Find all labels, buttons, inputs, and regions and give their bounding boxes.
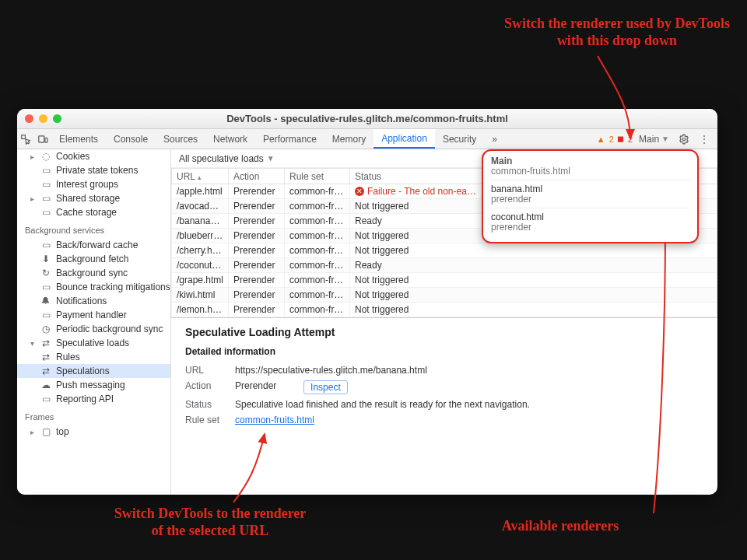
- warnings-badge[interactable]: ▲ 2: [597, 135, 614, 144]
- sidebar-item-speculative-loads[interactable]: ▾⇄Speculative loads: [17, 336, 170, 350]
- database-icon: ▭: [40, 165, 51, 176]
- database-icon: ▭: [40, 179, 51, 190]
- cell-status: Not triggered: [350, 243, 717, 258]
- chevron-down-icon: ▼: [661, 135, 669, 143]
- sidebar-item-top-frame[interactable]: ▸▢top: [17, 425, 170, 439]
- cell-status: Not triggered: [350, 288, 717, 303]
- error-icon: ✕: [355, 187, 364, 196]
- cell-ruleset: common-fr…: [285, 214, 350, 229]
- sidebar-item-cache-storage[interactable]: ▭Cache storage: [17, 205, 170, 219]
- renderer-option-banana[interactable]: banana.html prerender: [491, 180, 689, 205]
- gear-icon[interactable]: [675, 129, 693, 149]
- cell-ruleset: common-fr…: [285, 243, 350, 258]
- col-url[interactable]: URL▴: [172, 169, 229, 184]
- col-ruleset[interactable]: Rule set: [285, 169, 350, 184]
- sidebar-item-private-state-tokens[interactable]: ▭Private state tokens: [17, 163, 170, 177]
- annotation-bottom-right: Available renderers: [467, 518, 654, 535]
- kebab-menu-icon[interactable]: ⋮: [696, 129, 713, 149]
- close-window-button[interactable]: [25, 114, 33, 123]
- sidebar-item-speculations[interactable]: ⇄Speculations: [17, 364, 170, 378]
- sync-icon: ↻: [40, 268, 51, 278]
- tab-application[interactable]: Application: [374, 129, 435, 149]
- cell-ruleset: common-fr…: [285, 288, 350, 303]
- sidebar-item-cookies[interactable]: ▸◌Cookies: [17, 149, 170, 163]
- cell-url: /blueberr…: [172, 229, 229, 243]
- cell-ruleset: common-fr…: [285, 258, 350, 273]
- sidebar-item-bg-sync[interactable]: ↻Background sync: [17, 266, 170, 280]
- detail-action-value: Prerender: [235, 380, 276, 394]
- annotation-bottom-left: Switch DevTools to the renderer of the s…: [109, 506, 311, 539]
- tab-console[interactable]: Console: [106, 129, 156, 149]
- sidebar-item-reporting[interactable]: ▭Reporting API: [17, 392, 170, 406]
- cookie-icon: ◌: [40, 151, 51, 162]
- zoom-window-button[interactable]: [53, 114, 61, 123]
- detail-section: Detailed information: [185, 346, 703, 357]
- col-action[interactable]: Action: [229, 169, 285, 184]
- sidebar-item-shared-storage[interactable]: ▸▭Shared storage: [17, 191, 170, 205]
- svg-rect-1: [39, 135, 44, 142]
- sidebar-item-payment[interactable]: ▭Payment handler: [17, 308, 170, 322]
- sidebar-item-bf-cache[interactable]: ▭Back/forward cache: [17, 238, 170, 252]
- sort-asc-icon: ▴: [198, 173, 202, 181]
- sidebar-section-frames: Frames: [17, 406, 170, 425]
- device-icon[interactable]: [34, 129, 51, 149]
- frame-icon: ▢: [40, 426, 51, 437]
- table-row[interactable]: /grape.htmlPrerendercommon-fr…Not trigge…: [172, 273, 717, 288]
- tab-memory[interactable]: Memory: [324, 129, 374, 149]
- tab-elements[interactable]: Elements: [51, 129, 106, 149]
- sidebar-item-bg-fetch[interactable]: ⬇Background fetch: [17, 252, 170, 266]
- detail-url-key: URL: [185, 365, 224, 376]
- tab-performance[interactable]: Performance: [255, 129, 324, 149]
- card-icon: ▭: [40, 310, 51, 320]
- tab-network[interactable]: Network: [205, 129, 255, 149]
- svg-point-3: [682, 138, 686, 141]
- cell-url: /banana…: [172, 214, 229, 229]
- detail-title: Speculative Loading Attempt: [185, 326, 703, 338]
- tab-sources[interactable]: Sources: [156, 129, 205, 149]
- tabs-overflow[interactable]: »: [484, 129, 505, 149]
- svg-rect-0: [22, 135, 26, 138]
- bell-icon: 🔔︎: [40, 296, 51, 306]
- detail-pane: Speculative Loading Attempt Detailed inf…: [171, 317, 717, 495]
- table-row[interactable]: /cherry.h…Prerendercommon-fr…Not trigger…: [172, 243, 717, 258]
- swap-icon: ⇄: [40, 366, 51, 376]
- database-icon: ▭: [40, 193, 51, 204]
- svg-rect-2: [45, 138, 47, 142]
- renderer-dropdown[interactable]: Main ▼: [636, 134, 672, 145]
- cell-ruleset: common-fr…: [285, 303, 350, 317]
- sidebar-item-interest-groups[interactable]: ▭Interest groups: [17, 177, 170, 191]
- minimize-window-button[interactable]: [39, 114, 47, 123]
- sidebar-item-push[interactable]: ☁Push messaging: [17, 378, 170, 392]
- renderer-option-coconut[interactable]: coconut.html prerender: [491, 208, 689, 233]
- cell-action: Prerender: [229, 243, 285, 258]
- inspect-icon[interactable]: [17, 129, 34, 149]
- sidebar-item-bounce[interactable]: ▭Bounce tracking mitigations: [17, 280, 170, 294]
- detail-url-value: https://speculative-rules.glitch.me/bana…: [235, 365, 427, 376]
- tab-security[interactable]: Security: [435, 129, 484, 149]
- sidebar-section-background: Background services: [17, 219, 170, 238]
- detail-status-key: Status: [185, 399, 224, 410]
- sidebar-item-periodic-sync[interactable]: ◷Periodic background sync: [17, 322, 170, 336]
- sidebar-item-rules[interactable]: ⇄Rules: [17, 350, 170, 364]
- cell-action: Prerender: [229, 303, 285, 317]
- table-row[interactable]: /lemon.h…Prerendercommon-fr…Not triggere…: [172, 303, 717, 317]
- sidebar-item-notifications[interactable]: 🔔︎Notifications: [17, 294, 170, 308]
- cell-action: Prerender: [229, 229, 285, 243]
- cell-action: Prerender: [229, 184, 285, 199]
- detail-ruleset-link[interactable]: common-fruits.html: [235, 415, 314, 425]
- inspect-button[interactable]: Inspect: [303, 380, 348, 394]
- cell-ruleset: common-fr…: [285, 273, 350, 288]
- detail-ruleset-key: Rule set: [185, 415, 224, 425]
- table-row[interactable]: /kiwi.htmlPrerendercommon-fr…Not trigger…: [172, 288, 717, 303]
- table-row[interactable]: /coconut…Prerendercommon-fr…Ready: [172, 258, 717, 273]
- detail-action-key: Action: [185, 380, 224, 394]
- cloud-icon: ☁: [40, 380, 51, 390]
- cell-action: Prerender: [229, 288, 285, 303]
- cell-ruleset: common-fr…: [285, 199, 350, 214]
- errors-badge[interactable]: ◼ 2: [617, 134, 633, 144]
- renderer-option-main[interactable]: Main common-fruits.html: [491, 156, 689, 177]
- swap-icon: ⇄: [40, 338, 51, 348]
- cell-ruleset: common-fr…: [285, 184, 350, 199]
- annotation-top: Switch the renderer used by DevTools wit…: [502, 16, 732, 49]
- window-title: DevTools - speculative-rules.glitch.me/c…: [17, 113, 717, 124]
